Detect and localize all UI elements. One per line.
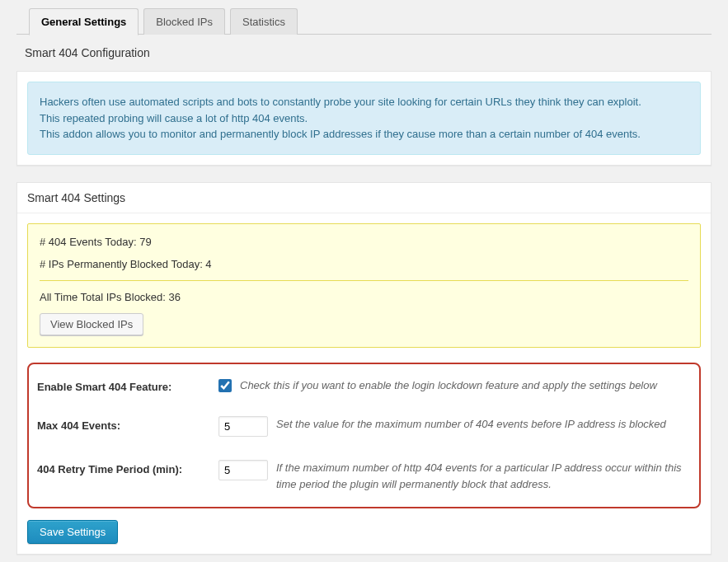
info-panel: Hackers often use automated scripts and … [16,71,712,166]
settings-form: Enable Smart 404 Feature: Check this if … [27,363,701,509]
tabs-nav: General Settings Blocked IPs Statistics [29,8,712,35]
settings-title: Smart 404 Settings [17,183,711,213]
stat-ips-blocked-today: # IPs Permanently Blocked Today: 4 [40,258,688,270]
max-events-label: Max 404 Events: [37,416,218,432]
info-box: Hackers often use automated scripts and … [27,82,701,155]
retry-period-label: 404 Retry Time Period (min): [37,460,218,475]
settings-panel: Smart 404 Settings # 404 Events Today: 7… [16,182,712,555]
info-line-1: Hackers often use automated scripts and … [40,94,688,110]
enable-feature-desc: Check this if you want to enable the log… [240,377,691,394]
max-events-input[interactable] [218,416,268,437]
max-events-desc: Set the value for the maximum number of … [276,416,691,433]
retry-period-desc: If the maximum number of http 404 events… [276,460,691,492]
page-title: Smart 404 Configuration [16,34,712,71]
enable-feature-checkbox[interactable] [218,379,232,392]
tab-blocked-ips[interactable]: Blocked IPs [143,8,225,35]
stats-divider [40,280,688,281]
info-line-2: This repeated probing will cause a lot o… [40,110,688,127]
stat-events-today: # 404 Events Today: 79 [40,236,688,248]
retry-period-input[interactable] [218,460,268,480]
tab-statistics[interactable]: Statistics [230,8,298,35]
view-blocked-ips-button[interactable]: View Blocked IPs [40,313,143,335]
save-settings-button[interactable]: Save Settings [27,520,118,544]
enable-feature-label: Enable Smart 404 Feature: [37,377,218,393]
tab-general-settings[interactable]: General Settings [29,8,139,35]
info-line-3: This addon allows you to monitor and per… [40,126,688,143]
stats-box: # 404 Events Today: 79 # IPs Permanently… [27,223,701,348]
stat-all-time-blocked: All Time Total IPs Blocked: 36 [40,291,688,303]
